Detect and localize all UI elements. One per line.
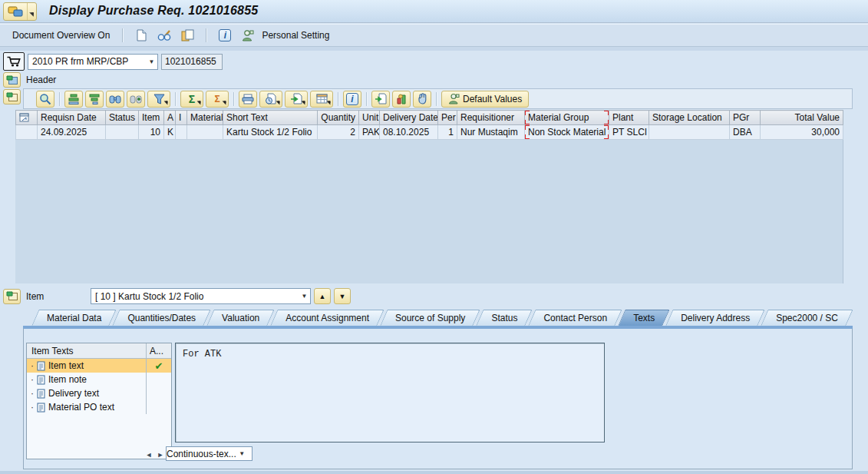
tab-texts[interactable]: Texts bbox=[622, 310, 666, 326]
tab-delivery-address[interactable]: Delivery Address bbox=[669, 310, 761, 326]
info-button[interactable]: i bbox=[216, 26, 234, 45]
cell-quantity[interactable]: 2 bbox=[318, 125, 359, 140]
scroll-right-button[interactable]: ► bbox=[155, 449, 166, 460]
tab-quantities-dates[interactable]: Quantities/Dates bbox=[116, 310, 207, 326]
chevron-down-icon[interactable]: ▼ bbox=[146, 58, 157, 65]
chevron-down-icon[interactable]: ▼ bbox=[299, 293, 310, 300]
item-detail-tabs: Material Data Quantities/Dates Valuation… bbox=[23, 310, 853, 326]
row-selector[interactable] bbox=[16, 125, 38, 140]
cell-a[interactable]: K bbox=[164, 125, 176, 140]
column-header-pgr[interactable]: PGr bbox=[730, 111, 761, 125]
collapse-item-button[interactable] bbox=[3, 289, 21, 304]
sort-ascending-button[interactable] bbox=[64, 91, 83, 108]
column-header-delivery-date[interactable]: Delivery Date bbox=[380, 111, 438, 125]
display-document-button[interactable] bbox=[371, 91, 390, 108]
sum-button[interactable]: Σ bbox=[180, 91, 203, 108]
personal-setting-button[interactable] bbox=[239, 26, 257, 45]
print-button[interactable] bbox=[239, 91, 257, 108]
create-document-button[interactable] bbox=[132, 26, 150, 45]
document-overview-button[interactable]: Document Overview On bbox=[9, 28, 113, 42]
cell-total-value[interactable]: 30,000 bbox=[761, 125, 843, 140]
list-item-item-note[interactable]: · Item note bbox=[27, 373, 171, 386]
menu-dropdown-arrow-icon[interactable] bbox=[27, 3, 36, 20]
tab-status[interactable]: Status bbox=[480, 310, 529, 326]
cell-pgr[interactable]: DBA bbox=[730, 125, 761, 140]
display-change-icon bbox=[157, 29, 171, 41]
tab-source-of-supply[interactable]: Source of Supply bbox=[384, 310, 477, 326]
column-header-a[interactable]: A bbox=[164, 111, 176, 125]
layout-grid-icon bbox=[316, 94, 328, 104]
column-header-requisn-date[interactable]: Requisn Date bbox=[38, 111, 106, 125]
text-editor-content[interactable]: For ATK bbox=[176, 343, 604, 365]
tab-account-assignment[interactable]: Account Assignment bbox=[274, 310, 381, 326]
cell-per[interactable]: 1 bbox=[438, 125, 457, 140]
column-header-quantity[interactable]: Quantity bbox=[318, 111, 359, 125]
sap-services-menu-button[interactable] bbox=[3, 2, 37, 21]
chevron-down-icon[interactable]: ▼ bbox=[236, 450, 248, 457]
table-row: 24.09.2025 10 K Kartu Stock 1/2 Folio 2 … bbox=[16, 125, 843, 140]
shopping-cart-button[interactable] bbox=[3, 52, 25, 71]
list-item-item-text[interactable]: · Item text ✔ bbox=[27, 359, 171, 373]
cell-delivery-date[interactable]: 08.10.2025 bbox=[380, 125, 438, 140]
scroll-left-button[interactable]: ◄ bbox=[144, 449, 154, 460]
cell-item[interactable]: 10 bbox=[139, 125, 164, 140]
cell-requisitioner[interactable]: Nur Mustaqim bbox=[457, 125, 525, 140]
views-button[interactable] bbox=[259, 91, 282, 108]
collapse-grid-button[interactable] bbox=[3, 89, 21, 104]
layout-button[interactable] bbox=[310, 91, 333, 108]
list-item-delivery-text[interactable]: · Delivery text bbox=[27, 386, 171, 400]
document-arrow-icon bbox=[375, 93, 387, 104]
text-style-select[interactable]: Continuous-tex... ▼ bbox=[166, 446, 252, 461]
filter-button[interactable] bbox=[147, 91, 170, 108]
sap-window: Display Purchase Req. 1021016855 Documen… bbox=[0, 0, 868, 474]
column-header-per[interactable]: Per bbox=[438, 111, 457, 125]
column-header-i[interactable]: I bbox=[176, 111, 187, 125]
column-header-total-value[interactable]: Total Value bbox=[761, 111, 843, 125]
document-number-field[interactable]: 1021016855 bbox=[161, 54, 223, 70]
list-item-material-po-text[interactable]: · Material PO text bbox=[27, 400, 171, 414]
tab-spec2000-sc[interactable]: Spec2000 / SC bbox=[764, 310, 850, 326]
cell-material-group[interactable]: Non Stock Material bbox=[525, 125, 609, 140]
cell-storage-location[interactable] bbox=[649, 125, 730, 140]
personal-setting-label[interactable]: Personal Setting bbox=[259, 28, 332, 42]
find-next-button[interactable] bbox=[127, 91, 145, 108]
document-type-select[interactable]: 2010 PR frm MRP/CBP ▼ bbox=[28, 54, 158, 70]
tab-material-data[interactable]: Material Data bbox=[35, 310, 113, 326]
column-header-material[interactable]: Material bbox=[187, 111, 223, 125]
column-header-plant[interactable]: Plant bbox=[609, 111, 649, 125]
subtotals-button[interactable]: Σ bbox=[206, 91, 229, 108]
export-button[interactable] bbox=[285, 91, 308, 108]
default-values-button[interactable]: Default Values bbox=[441, 91, 529, 108]
column-header-material-group[interactable]: Material Group bbox=[525, 111, 609, 125]
tab-contact-person[interactable]: Contact Person bbox=[532, 310, 619, 326]
cell-status[interactable] bbox=[106, 125, 139, 140]
find-button[interactable] bbox=[106, 91, 124, 108]
details-button[interactable] bbox=[36, 91, 54, 108]
cell-i[interactable] bbox=[176, 125, 187, 140]
column-header-short-text[interactable]: Short Text bbox=[223, 111, 318, 125]
cell-plant[interactable]: PT SLCI bbox=[609, 125, 649, 140]
column-header-unit[interactable]: Unit bbox=[359, 111, 380, 125]
next-item-button[interactable]: ▼ bbox=[334, 288, 351, 304]
select-all-header[interactable] bbox=[16, 111, 38, 125]
item-select[interactable]: [ 10 ] Kartu Stock 1/2 Folio ▼ bbox=[91, 288, 311, 304]
hold-button[interactable] bbox=[413, 91, 431, 108]
column-header-requisitioner[interactable]: Requisitioner bbox=[457, 111, 525, 125]
cell-requisn-date[interactable]: 24.09.2025 bbox=[38, 125, 106, 140]
cell-unit[interactable]: PAK bbox=[359, 125, 380, 140]
toolbar-separator bbox=[436, 92, 437, 106]
grid-info-button[interactable]: i bbox=[343, 91, 361, 108]
tab-valuation[interactable]: Valuation bbox=[210, 310, 271, 326]
previous-item-button[interactable]: ▲ bbox=[314, 288, 331, 304]
sort-descending-button[interactable] bbox=[85, 91, 104, 108]
column-header-status[interactable]: Status bbox=[106, 111, 139, 125]
column-header-storage-location[interactable]: Storage Location bbox=[649, 111, 730, 125]
copy-button[interactable] bbox=[178, 26, 196, 45]
text-editor[interactable]: For ATK bbox=[175, 343, 605, 443]
cell-material[interactable] bbox=[187, 125, 223, 140]
graphic-button[interactable] bbox=[392, 91, 411, 108]
cell-short-text[interactable]: Kartu Stock 1/2 Folio bbox=[223, 125, 318, 140]
display-change-button[interactable] bbox=[155, 26, 173, 45]
expand-header-button[interactable] bbox=[3, 72, 21, 88]
column-header-item[interactable]: Item bbox=[139, 111, 164, 125]
